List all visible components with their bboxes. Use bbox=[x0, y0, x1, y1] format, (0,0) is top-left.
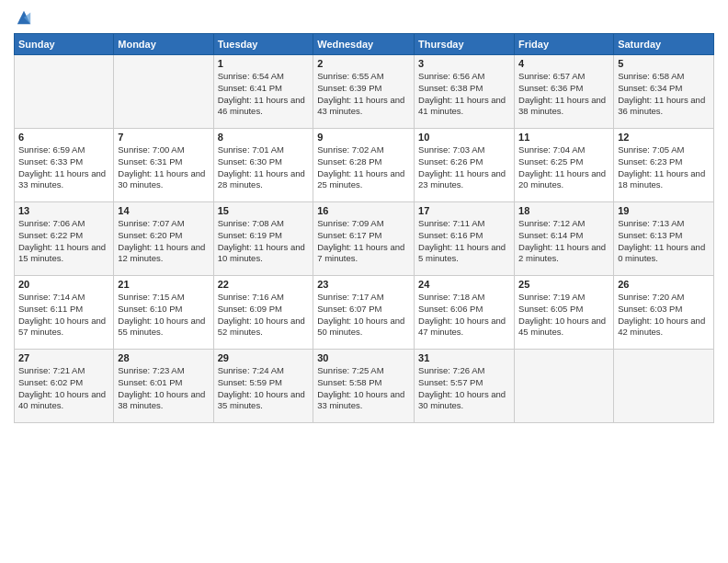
day-number: 22 bbox=[218, 279, 310, 290]
header-row: SundayMondayTuesdayWednesdayThursdayFrid… bbox=[15, 34, 714, 55]
day-number: 23 bbox=[317, 279, 410, 290]
day-info: Sunrise: 6:57 AM Sunset: 6:36 PM Dayligh… bbox=[518, 71, 609, 118]
day-number: 28 bbox=[118, 352, 209, 363]
day-number: 31 bbox=[418, 352, 510, 363]
day-info: Sunrise: 7:23 AM Sunset: 6:01 PM Dayligh… bbox=[118, 365, 209, 412]
header-day-monday: Monday bbox=[114, 34, 213, 55]
calendar-cell: 2Sunrise: 6:55 AM Sunset: 6:39 PM Daylig… bbox=[313, 55, 415, 129]
calendar-cell: 1Sunrise: 6:54 AM Sunset: 6:41 PM Daylig… bbox=[213, 55, 313, 129]
day-info: Sunrise: 6:59 AM Sunset: 6:33 PM Dayligh… bbox=[18, 144, 109, 191]
day-info: Sunrise: 6:55 AM Sunset: 6:39 PM Dayligh… bbox=[317, 71, 410, 118]
day-info: Sunrise: 7:24 AM Sunset: 5:59 PM Dayligh… bbox=[218, 365, 310, 412]
calendar-cell: 3Sunrise: 6:56 AM Sunset: 6:38 PM Daylig… bbox=[415, 55, 515, 129]
day-info: Sunrise: 7:06 AM Sunset: 6:22 PM Dayligh… bbox=[18, 218, 109, 265]
calendar-cell: 11Sunrise: 7:04 AM Sunset: 6:25 PM Dayli… bbox=[515, 129, 614, 202]
week-row-1: 1Sunrise: 6:54 AM Sunset: 6:41 PM Daylig… bbox=[15, 55, 714, 129]
day-number: 24 bbox=[418, 279, 510, 290]
day-info: Sunrise: 7:19 AM Sunset: 6:05 PM Dayligh… bbox=[518, 292, 609, 339]
day-info: Sunrise: 7:05 AM Sunset: 6:23 PM Dayligh… bbox=[618, 144, 710, 191]
calendar-cell bbox=[114, 55, 213, 129]
calendar-cell: 19Sunrise: 7:13 AM Sunset: 6:13 PM Dayli… bbox=[614, 202, 714, 276]
day-info: Sunrise: 7:14 AM Sunset: 6:11 PM Dayligh… bbox=[18, 292, 109, 339]
day-info: Sunrise: 7:07 AM Sunset: 6:20 PM Dayligh… bbox=[118, 218, 209, 265]
header-day-wednesday: Wednesday bbox=[313, 34, 415, 55]
day-info: Sunrise: 7:11 AM Sunset: 6:16 PM Dayligh… bbox=[418, 218, 510, 265]
day-number: 16 bbox=[317, 205, 410, 216]
calendar-cell bbox=[15, 55, 114, 129]
calendar-cell: 5Sunrise: 6:58 AM Sunset: 6:34 PM Daylig… bbox=[614, 55, 714, 129]
day-number: 26 bbox=[618, 279, 710, 290]
day-number: 4 bbox=[518, 58, 609, 69]
calendar-cell: 6Sunrise: 6:59 AM Sunset: 6:33 PM Daylig… bbox=[15, 129, 114, 202]
logo-icon bbox=[16, 9, 32, 26]
day-info: Sunrise: 7:04 AM Sunset: 6:25 PM Dayligh… bbox=[518, 144, 609, 191]
day-info: Sunrise: 7:13 AM Sunset: 6:13 PM Dayligh… bbox=[618, 218, 710, 265]
day-number: 20 bbox=[18, 279, 109, 290]
day-info: Sunrise: 6:54 AM Sunset: 6:41 PM Dayligh… bbox=[218, 71, 310, 118]
calendar-cell: 25Sunrise: 7:19 AM Sunset: 6:05 PM Dayli… bbox=[515, 276, 614, 350]
day-info: Sunrise: 7:17 AM Sunset: 6:07 PM Dayligh… bbox=[317, 292, 410, 339]
calendar-cell: 28Sunrise: 7:23 AM Sunset: 6:01 PM Dayli… bbox=[114, 350, 213, 423]
week-row-4: 20Sunrise: 7:14 AM Sunset: 6:11 PM Dayli… bbox=[15, 276, 714, 350]
day-number: 14 bbox=[118, 205, 209, 216]
day-info: Sunrise: 7:12 AM Sunset: 6:14 PM Dayligh… bbox=[518, 218, 609, 265]
header-day-sunday: Sunday bbox=[15, 34, 114, 55]
day-number: 18 bbox=[518, 205, 609, 216]
day-info: Sunrise: 7:26 AM Sunset: 5:57 PM Dayligh… bbox=[418, 365, 510, 412]
calendar-cell: 16Sunrise: 7:09 AM Sunset: 6:17 PM Dayli… bbox=[313, 202, 415, 276]
calendar-cell: 31Sunrise: 7:26 AM Sunset: 5:57 PM Dayli… bbox=[415, 350, 515, 423]
day-number: 2 bbox=[317, 58, 410, 69]
day-number: 17 bbox=[418, 205, 510, 216]
calendar-cell bbox=[614, 350, 714, 423]
calendar-table: SundayMondayTuesdayWednesdayThursdayFrid… bbox=[14, 33, 714, 423]
day-number: 27 bbox=[18, 352, 109, 363]
day-info: Sunrise: 7:08 AM Sunset: 6:19 PM Dayligh… bbox=[218, 218, 310, 265]
day-info: Sunrise: 7:03 AM Sunset: 6:26 PM Dayligh… bbox=[418, 144, 510, 191]
day-number: 3 bbox=[418, 58, 510, 69]
calendar-cell: 7Sunrise: 7:00 AM Sunset: 6:31 PM Daylig… bbox=[114, 129, 213, 202]
day-number: 13 bbox=[18, 205, 109, 216]
day-number: 29 bbox=[218, 352, 310, 363]
header-day-saturday: Saturday bbox=[614, 34, 714, 55]
day-info: Sunrise: 7:21 AM Sunset: 6:02 PM Dayligh… bbox=[18, 365, 109, 412]
day-info: Sunrise: 7:25 AM Sunset: 5:58 PM Dayligh… bbox=[317, 365, 410, 412]
calendar-cell: 18Sunrise: 7:12 AM Sunset: 6:14 PM Dayli… bbox=[515, 202, 614, 276]
day-number: 25 bbox=[518, 279, 609, 290]
week-row-5: 27Sunrise: 7:21 AM Sunset: 6:02 PM Dayli… bbox=[15, 350, 714, 423]
header-day-friday: Friday bbox=[515, 34, 614, 55]
logo bbox=[14, 9, 32, 26]
calendar-cell bbox=[515, 350, 614, 423]
day-info: Sunrise: 7:01 AM Sunset: 6:30 PM Dayligh… bbox=[218, 144, 310, 191]
day-number: 30 bbox=[317, 352, 410, 363]
day-number: 11 bbox=[518, 132, 609, 143]
calendar-cell: 22Sunrise: 7:16 AM Sunset: 6:09 PM Dayli… bbox=[213, 276, 313, 350]
calendar-cell: 14Sunrise: 7:07 AM Sunset: 6:20 PM Dayli… bbox=[114, 202, 213, 276]
day-number: 12 bbox=[618, 132, 710, 143]
day-number: 6 bbox=[18, 132, 109, 143]
day-info: Sunrise: 7:20 AM Sunset: 6:03 PM Dayligh… bbox=[618, 292, 710, 339]
day-number: 21 bbox=[118, 279, 209, 290]
header bbox=[14, 9, 714, 26]
header-day-tuesday: Tuesday bbox=[213, 34, 313, 55]
day-number: 7 bbox=[118, 132, 209, 143]
day-number: 5 bbox=[618, 58, 710, 69]
week-row-3: 13Sunrise: 7:06 AM Sunset: 6:22 PM Dayli… bbox=[15, 202, 714, 276]
calendar-cell: 20Sunrise: 7:14 AM Sunset: 6:11 PM Dayli… bbox=[15, 276, 114, 350]
calendar-cell: 10Sunrise: 7:03 AM Sunset: 6:26 PM Dayli… bbox=[415, 129, 515, 202]
day-number: 10 bbox=[418, 132, 510, 143]
day-info: Sunrise: 7:18 AM Sunset: 6:06 PM Dayligh… bbox=[418, 292, 510, 339]
day-number: 8 bbox=[218, 132, 310, 143]
day-info: Sunrise: 7:16 AM Sunset: 6:09 PM Dayligh… bbox=[218, 292, 310, 339]
day-number: 1 bbox=[218, 58, 310, 69]
calendar-cell: 30Sunrise: 7:25 AM Sunset: 5:58 PM Dayli… bbox=[313, 350, 415, 423]
calendar-cell: 8Sunrise: 7:01 AM Sunset: 6:30 PM Daylig… bbox=[213, 129, 313, 202]
calendar-cell: 23Sunrise: 7:17 AM Sunset: 6:07 PM Dayli… bbox=[313, 276, 415, 350]
header-day-thursday: Thursday bbox=[415, 34, 515, 55]
calendar-cell: 12Sunrise: 7:05 AM Sunset: 6:23 PM Dayli… bbox=[614, 129, 714, 202]
calendar-cell: 26Sunrise: 7:20 AM Sunset: 6:03 PM Dayli… bbox=[614, 276, 714, 350]
page: SundayMondayTuesdayWednesdayThursdayFrid… bbox=[0, 0, 728, 563]
day-number: 15 bbox=[218, 205, 310, 216]
day-info: Sunrise: 7:02 AM Sunset: 6:28 PM Dayligh… bbox=[317, 144, 410, 191]
calendar-cell: 29Sunrise: 7:24 AM Sunset: 5:59 PM Dayli… bbox=[213, 350, 313, 423]
day-info: Sunrise: 7:15 AM Sunset: 6:10 PM Dayligh… bbox=[118, 292, 209, 339]
